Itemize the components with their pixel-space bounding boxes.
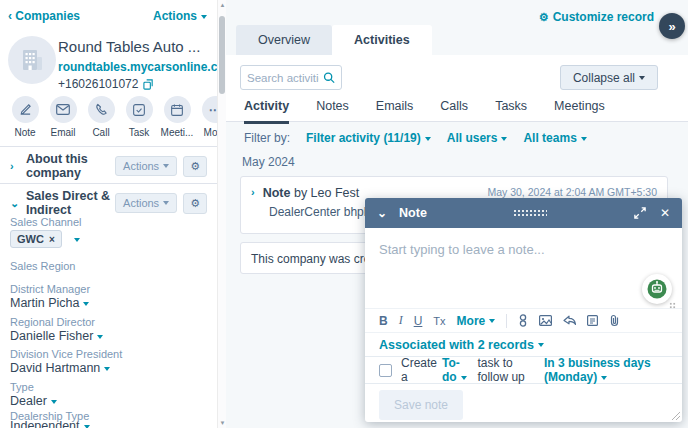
company-phone[interactable]: +16026101072 [58,77,138,91]
gear-icon: ⚙ [190,197,200,209]
copy-icon[interactable] [143,79,154,90]
collapse-all-button[interactable]: Collapse all [560,65,658,90]
filter-row: Filter by: Filter activity (11/19) All u… [244,131,587,145]
caret-down-icon[interactable] [74,238,80,242]
note-placeholder: Start typing to leave a note... [379,242,545,257]
field-label: Sales Region [10,260,75,272]
district-manager-field[interactable]: Martin Picha [10,296,89,310]
more-formatting-dropdown[interactable]: More [457,314,496,328]
call-quick-action[interactable]: Call [86,96,116,138]
building-icon [19,47,45,73]
company-actions-dropdown[interactable]: Actions [153,9,207,23]
search-icon[interactable] [323,71,335,84]
tab-overview[interactable]: Overview [236,25,332,55]
insert-image-icon[interactable] [539,315,552,326]
more-ellipsis-icon: ⋯ [209,103,218,117]
about-company-section-header: › About this company Actions ⚙ [0,151,217,181]
chevron-left-icon: ‹ [8,9,12,23]
note-icon [19,103,32,116]
company-website-link[interactable]: roundtables.mycarsonline.com [58,60,217,74]
meeting-quick-action[interactable]: Meeti... [162,96,192,138]
company-sidebar: ‹ Companies Actions Round Tables Auto ..… [0,0,217,428]
drag-handle[interactable] [513,209,547,217]
division-vp-field[interactable]: David Hartmann [10,361,110,375]
filter-teams-dropdown[interactable]: All teams [523,131,586,145]
sales-channel-tag[interactable]: GWC× [10,230,62,248]
expand-icon[interactable] [634,207,646,219]
note-quick-action[interactable]: Note [10,96,40,138]
save-note-button[interactable]: Save note [379,390,463,420]
clear-formatting-button[interactable]: Tx [433,315,445,327]
insert-quote-icon[interactable] [587,315,598,326]
task-due-dropdown[interactable]: In 3 business days (Monday) [544,356,668,384]
grammar-checker-widget[interactable] [642,274,672,304]
note-popup-footer: Save note [365,383,682,425]
filter-activity-dropdown[interactable]: Filter activity (11/19) [306,131,431,145]
subtab-tasks[interactable]: Tasks [495,99,527,124]
sales-settings-button[interactable]: ⚙ [183,193,207,214]
email-icon [56,104,70,115]
about-settings-button[interactable]: ⚙ [183,156,207,177]
regional-director-field[interactable]: Danielle Fisher [10,329,103,343]
field-label: Type [10,381,34,393]
note-editor-area[interactable]: Start typing to leave a note... [365,228,682,308]
underline-button[interactable]: U [414,314,423,328]
dealership-type-field[interactable]: Independent [10,419,90,428]
attachment-icon[interactable] [609,314,620,327]
double-chevron-right-icon: » [668,19,675,34]
gear-icon: ⚙ [190,160,200,172]
subtab-emails[interactable]: Emails [376,99,414,124]
subtab-notes[interactable]: Notes [316,99,349,124]
meeting-icon [171,104,183,116]
subtab-calls[interactable]: Calls [440,99,468,124]
bold-button[interactable]: B [379,314,388,328]
field-label: Sales Channel [10,216,82,228]
customize-record-link[interactable]: ⚙ Customize record [539,10,654,24]
task-quick-action[interactable]: Task [124,96,154,138]
resize-handle[interactable] [672,412,680,420]
expand-chevron-icon[interactable]: › [251,186,255,198]
widget-drag-dots[interactable] [669,302,676,309]
followup-task-row: Create a To-do task to follow up In 3 bu… [365,356,682,383]
sales-actions-dropdown[interactable]: Actions [115,193,177,213]
filter-users-dropdown[interactable]: All users [447,131,508,145]
field-label: District Manager [10,283,90,295]
company-avatar [8,36,56,84]
search-activities-box[interactable] [240,65,342,90]
email-quick-action[interactable]: Email [48,96,78,138]
sales-section-header: ⌄ Sales Direct & Indirect Actions ⚙ [0,188,217,218]
activity-timestamp: May 30, 2024 at 2:04 AM GMT+5:30 [487,186,657,198]
toolbar-divider [506,314,507,328]
caret-down-icon [201,15,207,19]
note-popup-title: Note [399,206,427,220]
sidebar-scrollbar[interactable]: ▲ ▼ [217,0,226,428]
collapse-panel-button[interactable]: » [659,13,685,39]
sales-channel-field: GWC× [10,230,80,248]
task-type-dropdown[interactable]: To-do [442,356,472,384]
more-quick-action[interactable]: ⋯ More [200,96,217,138]
chevron-right-icon[interactable]: › [10,160,26,172]
field-label: Division Vice President [10,348,122,360]
about-actions-dropdown[interactable]: Actions [115,156,177,176]
create-task-checkbox[interactable] [379,364,392,377]
associated-records-dropdown[interactable]: Associated with 2 records [379,338,544,352]
chevron-down-icon[interactable]: ⌄ [10,197,26,210]
tab-activities[interactable]: Activities [332,25,432,55]
meeting-link-icon[interactable] [563,315,576,326]
call-icon [95,103,108,116]
back-to-companies-link[interactable]: ‹ Companies [8,9,80,23]
activities-toolbar: Collapse all Activity Notes Emails Calls… [226,55,688,122]
minimize-chevron-icon[interactable]: ⌄ [377,206,387,220]
gear-icon: ⚙ [539,11,549,24]
subtab-meetings[interactable]: Meetings [554,99,605,124]
type-field[interactable]: Dealer [10,394,57,408]
snippet-icon[interactable] [518,314,528,327]
note-popup-header[interactable]: ⌄ Note ✕ [365,198,682,228]
scrollbar-thumb[interactable] [219,16,225,94]
remove-tag-icon[interactable]: × [49,234,55,245]
search-activities-input[interactable] [247,72,319,84]
associations-row: Associated with 2 records [365,332,682,356]
italic-button[interactable]: I [399,313,403,328]
close-icon[interactable]: ✕ [660,206,670,220]
subtab-activity[interactable]: Activity [244,99,289,124]
